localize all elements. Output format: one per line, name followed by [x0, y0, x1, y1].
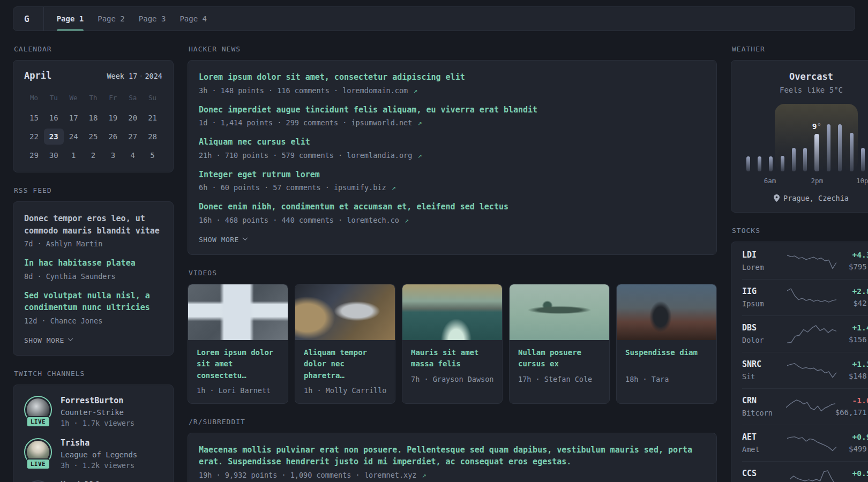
rss-item-meta: 8d · Cynthia Saunders [24, 272, 162, 281]
subreddit-section-label: /R/SUBREDDIT [189, 418, 717, 426]
chevron-down-icon [243, 235, 248, 240]
stock-row[interactable]: AET Amet +0.92% $499.72 [742, 425, 868, 461]
hacker-news-section: HACKER NEWS Lorem ipsum dolor sit amet, … [188, 45, 717, 255]
tab-page-1[interactable]: Page 1 [57, 7, 84, 31]
dashboard-columns: CALENDAR April Week 17·2024 Mo Tu We Th … [13, 45, 855, 482]
hn-item: Donec imperdiet augue tincidunt felis al… [199, 104, 706, 127]
live-badge: LIVE [26, 458, 50, 470]
location-pin-icon [774, 194, 780, 202]
hn-item-meta: 6h · 60 points · 57 comments · ipsumify.… [199, 183, 706, 192]
hn-item-title[interactable]: Lorem ipsum dolor sit amet, consectetur … [199, 71, 706, 84]
avatar: LIVE [24, 438, 52, 466]
top-nav: G Page 1 Page 2 Page 3 Page 4 [13, 6, 855, 31]
video-card[interactable]: Aliquam tempor dolor nec pharetra… 1h · … [295, 284, 395, 404]
hn-item-domain[interactable]: loremtech.co [347, 216, 399, 224]
stock-ticker: CCS [742, 469, 790, 478]
hn-item-meta: 1d · 1,414 points · 299 comments · ipsum… [199, 118, 706, 127]
channel-name: Trisha [61, 438, 137, 448]
reddit-post-title[interactable]: Maecenas mollis pulvinar erat non posuer… [199, 444, 706, 468]
videos-section: VIDEOS Lorem ipsum dolor sit amet consec… [188, 269, 717, 404]
hn-item-meta: 3h · 148 points · 116 comments · loremdo… [199, 86, 706, 95]
hn-item-title[interactable]: Aliquam nec cursus elit [199, 136, 706, 148]
video-card[interactable]: Mauris sit amet massa felis 7h · Grayson… [402, 284, 503, 404]
video-thumbnail [295, 284, 395, 340]
tab-page-3[interactable]: Page 3 [139, 7, 166, 31]
twitch-channel[interactable]: LIVE Trisha League of Legends 3h · 1.2k … [24, 438, 162, 470]
video-thumbnail [510, 284, 609, 340]
stock-row[interactable]: CCS Consectetur +0.51% $165.84 [742, 461, 868, 482]
hn-item-meta: 21h · 710 points · 579 comments · loreml… [199, 151, 706, 160]
stock-price: $499.72 [836, 445, 868, 453]
calendar-widget: April Week 17·2024 Mo Tu We Th Fr Sa Su … [13, 60, 174, 172]
stock-row[interactable]: IIG Ipsum +2.84% $42.04 [742, 279, 868, 315]
stock-sparkline [787, 360, 836, 380]
tab-page-2[interactable]: Page 2 [98, 7, 125, 31]
weekday-label: We [64, 91, 84, 107]
weather-condition: Overcast [742, 71, 868, 82]
video-meta: 1h · Lori Barnett [197, 386, 279, 395]
video-card[interactable]: Nullam posuere cursus ex 17h · Stefan Co… [509, 284, 610, 404]
rss-item: In hac habitasse platea 8d · Cynthia Sau… [24, 257, 162, 281]
hn-item-domain[interactable]: ipsumify.biz [334, 183, 386, 192]
calendar-day: 22 [24, 129, 44, 145]
twitch-channel[interactable]: KendallCarr [24, 480, 162, 482]
stock-ticker: SNRC [742, 359, 787, 369]
hn-show-more-button[interactable]: SHOW MORE [199, 236, 247, 244]
stock-ticker: DBS [742, 323, 787, 333]
hn-item: Integer eget rutrum lorem 6h · 60 points… [199, 169, 706, 192]
rss-section-label: RSS FEED [14, 186, 174, 194]
stock-row[interactable]: LDI Lorem +4.35% $795.18 [742, 243, 868, 279]
tab-page-4[interactable]: Page 4 [179, 7, 207, 31]
hn-item-title[interactable]: Integer eget rutrum lorem [199, 169, 706, 181]
calendar-grid: Mo Tu We Th Fr Sa Su 15 16 17 18 19 20 2… [24, 91, 162, 163]
channel-game: Counter-Strike [61, 408, 134, 417]
rss-item-title[interactable]: In hac habitasse platea [24, 257, 162, 269]
stock-row[interactable]: CRN Bitcorn -1.00% $66,171.48 [742, 388, 868, 425]
stock-change: +0.92% [836, 433, 868, 441]
stock-sparkline [787, 323, 836, 344]
hn-item-title[interactable]: Donec enim nibh, condimentum et accumsan… [199, 201, 706, 213]
calendar-day: 30 [44, 147, 64, 163]
video-meta: 7h · Grayson Dawson [411, 375, 493, 383]
chevron-down-icon [68, 336, 73, 341]
stock-price: $66,171.48 [835, 408, 868, 417]
twitch-section-label: TWITCH CHANNELS [14, 370, 174, 378]
stocks-section-label: STOCKS [732, 227, 868, 235]
video-card[interactable]: Suspendisse diam 18h · Tara [616, 284, 717, 404]
calendar-day: 18 [84, 110, 103, 126]
video-card[interactable]: Lorem ipsum dolor sit amet consectetu… 1… [188, 284, 288, 404]
rss-item-title[interactable]: Sed volutpat nulla nisl, a condimentum n… [24, 290, 162, 314]
calendar-day: 20 [123, 110, 143, 126]
twitch-channel[interactable]: LIVE ForrestBurton Counter-Strike 1h · 1… [24, 396, 162, 427]
rss-item: Sed volutpat nulla nisl, a condimentum n… [24, 290, 162, 325]
stock-change: +1.36% [836, 360, 868, 368]
video-thumbnail [402, 284, 502, 340]
calendar-day: 1 [64, 147, 84, 163]
rss-show-more-button[interactable]: SHOW MORE [24, 336, 72, 344]
dot-separator: · [139, 72, 143, 80]
calendar-day-selected: 23 [44, 129, 64, 145]
hn-item-domain[interactable]: ipsumworld.net [351, 118, 412, 127]
external-link-icon: ↗ [422, 471, 426, 479]
reddit-post-domain[interactable]: loremnet.xyz [364, 471, 417, 479]
hn-item-meta: 16h · 468 points · 440 comments · loremt… [199, 216, 706, 224]
hn-item-domain[interactable]: loremlandia.org [347, 151, 412, 160]
stock-row[interactable]: SNRC Sit +1.36% $148.64 [742, 352, 868, 388]
calendar-day: 5 [143, 147, 162, 163]
right-column: WEATHER Overcast Feels like 5°C 9° 6am 2… [731, 45, 868, 482]
external-link-icon: ↗ [413, 86, 417, 95]
channel-name: KendallCarr [61, 480, 114, 482]
channel-game: League of Legends [61, 450, 137, 459]
calendar-day: 27 [123, 129, 143, 145]
rss-item-title[interactable]: Donec tempor eros leo, ut commodo mauris… [24, 213, 162, 237]
hn-item-domain[interactable]: loremdomain.com [342, 86, 408, 95]
hn-item-title[interactable]: Donec imperdiet augue tincidunt felis al… [199, 104, 706, 116]
app-logo[interactable]: G [24, 7, 44, 31]
weekday-label: Mo [24, 91, 44, 107]
videos-row: Lorem ipsum dolor sit amet consectetu… 1… [188, 284, 717, 404]
calendar-week-number: Week 17 [107, 72, 137, 80]
external-link-icon: ↗ [405, 216, 409, 224]
video-meta: 17h · Stefan Cole [518, 375, 601, 383]
stock-row[interactable]: DBS Dolor +1.42% $156.28 [742, 315, 868, 352]
live-badge: LIVE [26, 416, 50, 427]
